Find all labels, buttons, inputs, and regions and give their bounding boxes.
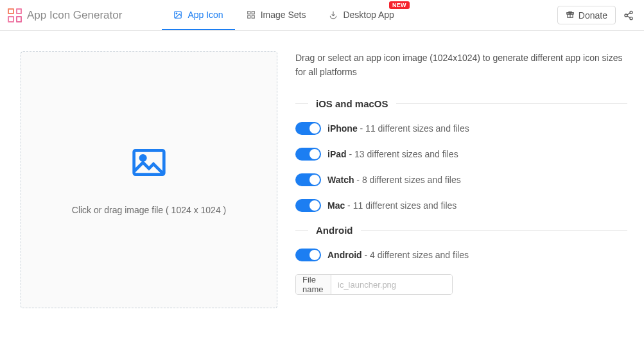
- share-icon[interactable]: [623, 10, 634, 21]
- svg-point-12: [141, 155, 145, 160]
- filename-row: File name: [295, 274, 453, 295]
- toggle-android[interactable]: [295, 249, 321, 261]
- app-title: App Icon Generator: [27, 9, 122, 22]
- nav-label: Desktop App: [343, 10, 394, 20]
- svg-point-8: [630, 11, 632, 13]
- section-heading-ios: iOS and macOS: [295, 98, 627, 109]
- image-icon: [173, 10, 182, 19]
- nav-image-sets[interactable]: Image Sets: [235, 0, 318, 30]
- dropzone[interactable]: Click or drag image file ( 1024 x 1024 ): [21, 51, 277, 308]
- donate-label: Donate: [579, 10, 607, 21]
- nav-app-icon[interactable]: App Icon: [162, 0, 234, 30]
- dropzone-text: Click or drag image file ( 1024 x 1024 ): [72, 205, 226, 215]
- svg-rect-2: [247, 11, 250, 13]
- logo[interactable]: App Icon Generator: [8, 8, 122, 22]
- filename-label: File name: [296, 275, 331, 294]
- toggle-row-android: Android - 4 different sizes and files: [295, 249, 627, 261]
- svg-point-1: [176, 13, 177, 14]
- toggle-iphone[interactable]: [295, 122, 321, 135]
- download-icon: [329, 10, 338, 19]
- toggle-row-ipad: iPad - 13 different sizes and files: [295, 148, 627, 161]
- section-heading-android: Android: [295, 225, 627, 236]
- svg-rect-3: [252, 11, 254, 13]
- nav-label: Image Sets: [261, 10, 306, 20]
- logo-icon: [8, 8, 22, 22]
- donate-button[interactable]: Donate: [557, 6, 616, 24]
- filename-input[interactable]: [331, 275, 452, 294]
- image-placeholder-icon: [131, 144, 167, 183]
- svg-rect-5: [252, 15, 254, 18]
- nav-desktop-app[interactable]: Desktop App NEW: [317, 0, 405, 30]
- toggle-ipad[interactable]: [295, 148, 321, 161]
- toggle-row-iphone: iPhone - 11 different sizes and files: [295, 122, 627, 135]
- grid-icon: [247, 10, 256, 19]
- svg-rect-4: [247, 15, 250, 18]
- toggle-row-watch: Watch - 8 different sizes and files: [295, 173, 627, 186]
- svg-point-9: [625, 14, 627, 17]
- nav-label: App Icon: [187, 10, 223, 20]
- gift-icon: [566, 10, 575, 21]
- toggle-row-mac: Mac - 11 different sizes and files: [295, 199, 627, 212]
- new-badge: NEW: [389, 1, 410, 9]
- toggle-watch[interactable]: [295, 173, 321, 186]
- toggle-mac[interactable]: [295, 199, 321, 212]
- intro-text: Drag or select an app icon image (1024x1…: [295, 51, 627, 79]
- svg-point-10: [630, 17, 632, 19]
